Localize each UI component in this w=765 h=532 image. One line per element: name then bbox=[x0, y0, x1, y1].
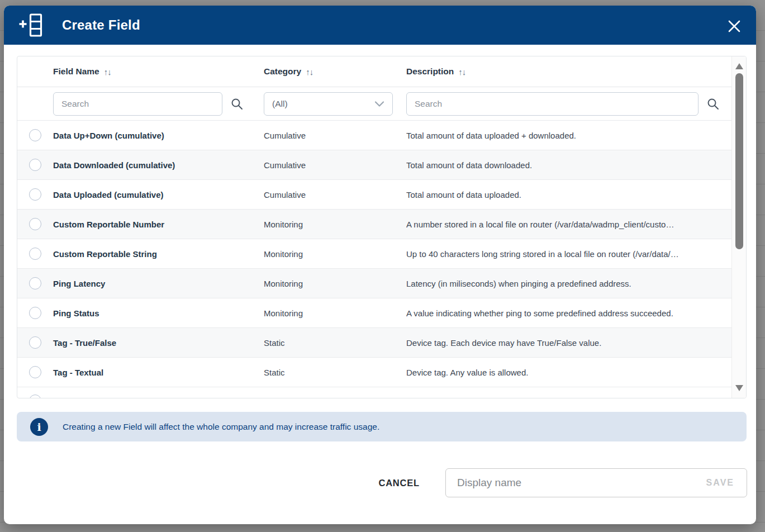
info-icon: i bbox=[30, 418, 48, 436]
row-field-name: Tag - True/False bbox=[53, 338, 264, 348]
table-row[interactable]: Data Uploaded (cumulative)CumulativeTota… bbox=[17, 179, 731, 209]
create-field-dialog: Create Field Field Name ↑↓ Category ↑↓ bbox=[4, 6, 756, 524]
table-row[interactable]: Custom Reportable NumberMonitoringA numb… bbox=[17, 209, 731, 239]
column-header-field-name[interactable]: Field Name ↑↓ bbox=[53, 66, 264, 77]
display-name-input[interactable] bbox=[446, 477, 694, 489]
row-description: Device tag. Any value is allowed. bbox=[406, 368, 731, 377]
table-row[interactable]: Tag - True/FalseStaticDevice tag. Each d… bbox=[17, 327, 731, 357]
row-description: Total amount of data uploaded. bbox=[406, 190, 731, 200]
table-row[interactable]: Ping LatencyMonitoringLatency (in milise… bbox=[17, 268, 731, 298]
sort-icon[interactable]: ↑↓ bbox=[458, 67, 465, 77]
row-field-name: Data Downloaded (cumulative) bbox=[53, 160, 264, 170]
cancel-button[interactable]: CANCEL bbox=[373, 473, 425, 493]
row-radio[interactable] bbox=[29, 366, 41, 378]
row-radio[interactable] bbox=[29, 129, 41, 141]
table-filter-row: (All) bbox=[17, 87, 731, 120]
scroll-up-arrow[interactable] bbox=[735, 63, 743, 69]
table-row[interactable]: Data Up+Down (cumulative)CumulativeTotal… bbox=[17, 120, 731, 150]
table-scrollbar[interactable] bbox=[731, 56, 746, 398]
chevron-down-icon bbox=[374, 101, 384, 107]
row-field-name: Ping Latency bbox=[53, 279, 264, 288]
field-table: Field Name ↑↓ Category ↑↓ Description ↑↓ bbox=[17, 56, 747, 398]
search-icon[interactable] bbox=[230, 97, 244, 111]
close-icon bbox=[727, 19, 742, 34]
row-description: A value indicating whether ping to some … bbox=[406, 308, 731, 318]
row-category: Static bbox=[264, 368, 406, 377]
column-header-description[interactable]: Description ↑↓ bbox=[406, 66, 731, 77]
row-category: Monitoring bbox=[264, 308, 406, 318]
sort-icon[interactable]: ↑↓ bbox=[104, 67, 111, 77]
row-radio[interactable] bbox=[29, 395, 41, 398]
row-description: A number stored in a local file on route… bbox=[406, 220, 731, 229]
row-description: Up to 40 characters long string stored i… bbox=[406, 249, 731, 259]
display-name-group: SAVE bbox=[445, 468, 747, 497]
row-field-name: Data Uploaded (cumulative) bbox=[53, 190, 264, 200]
row-description: Total amount of data downloaded. bbox=[406, 160, 731, 170]
table-header-row: Field Name ↑↓ Category ↑↓ Description ↑↓ bbox=[17, 56, 731, 87]
table-row[interactable]: Ping StatusMonitoringA value indicating … bbox=[17, 298, 731, 327]
dialog-header: Create Field bbox=[4, 6, 756, 45]
row-radio[interactable] bbox=[29, 218, 41, 230]
row-category: Cumulative bbox=[264, 160, 406, 170]
column-header-category[interactable]: Category ↑↓ bbox=[264, 66, 406, 77]
info-banner-text: Creating a new Field will affect the who… bbox=[63, 422, 379, 432]
row-radio[interactable] bbox=[29, 159, 41, 171]
sort-icon[interactable]: ↑↓ bbox=[306, 67, 313, 77]
dialog-footer: CANCEL SAVE bbox=[4, 468, 756, 497]
add-field-icon bbox=[18, 13, 45, 37]
row-category: Monitoring bbox=[264, 249, 406, 259]
table-row[interactable]: Tag - TextualStaticDevice tag. Any value… bbox=[17, 357, 731, 387]
row-category: Static bbox=[264, 338, 406, 348]
row-radio[interactable] bbox=[29, 277, 41, 289]
row-radio[interactable] bbox=[29, 307, 41, 319]
table-row[interactable]: Data Downloaded (cumulative)CumulativeTo… bbox=[17, 150, 731, 179]
row-radio[interactable] bbox=[29, 188, 41, 201]
scrollbar-thumb[interactable] bbox=[735, 73, 743, 249]
row-field-name: Custom Reportable String bbox=[53, 249, 264, 259]
row-category: Monitoring bbox=[264, 220, 406, 229]
row-radio[interactable] bbox=[29, 248, 41, 260]
table-row[interactable] bbox=[17, 387, 731, 398]
row-description: Latency (in miliseconds) when pinging a … bbox=[406, 279, 731, 288]
row-category: Monitoring bbox=[264, 279, 406, 288]
dialog-title: Create Field bbox=[62, 17, 140, 33]
description-search-input[interactable] bbox=[406, 92, 699, 116]
save-button[interactable]: SAVE bbox=[694, 478, 747, 488]
table-row[interactable]: Custom Reportable StringMonitoringUp to … bbox=[17, 239, 731, 268]
row-field-name: Tag - Textual bbox=[53, 368, 264, 377]
row-category: Cumulative bbox=[264, 131, 406, 140]
info-banner: i Creating a new Field will affect the w… bbox=[17, 412, 747, 441]
field-name-search-input[interactable] bbox=[53, 92, 222, 116]
row-field-name: Data Up+Down (cumulative) bbox=[53, 131, 264, 140]
row-field-name: Custom Reportable Number bbox=[53, 220, 264, 229]
scroll-down-arrow[interactable] bbox=[735, 385, 743, 391]
close-button[interactable] bbox=[726, 18, 743, 35]
row-field-name: Ping Status bbox=[53, 308, 264, 318]
row-category: Cumulative bbox=[264, 190, 406, 200]
row-description: Device tag. Each device may have True/Fa… bbox=[406, 338, 731, 348]
category-filter-select[interactable]: (All) bbox=[264, 92, 393, 116]
row-description: Total amount of data uploaded + download… bbox=[406, 131, 731, 140]
row-radio[interactable] bbox=[29, 336, 41, 349]
search-icon[interactable] bbox=[706, 97, 720, 111]
